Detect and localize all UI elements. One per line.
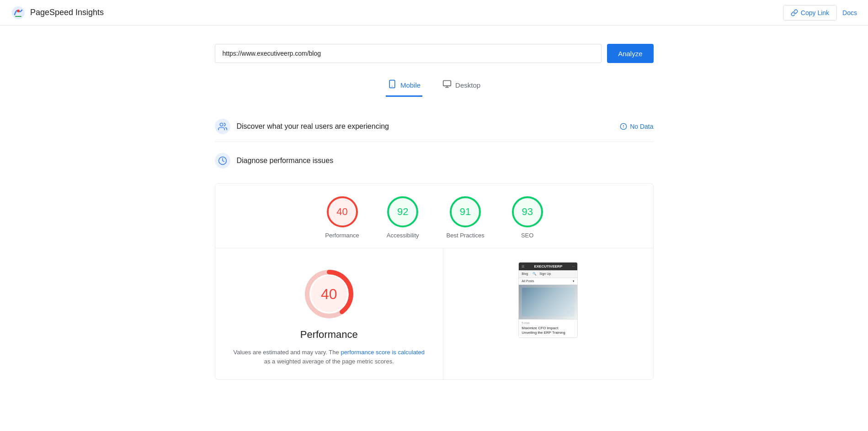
- analyze-button[interactable]: Analyze: [607, 44, 653, 63]
- score-value-best-practices: 91: [460, 206, 471, 218]
- screenshot-footer-title: Maximize CFO Impact: Unveiling the ERP T…: [522, 326, 575, 336]
- tab-desktop-label: Desktop: [455, 81, 480, 89]
- link-icon: [791, 9, 798, 16]
- desktop-tab-icon: [442, 79, 452, 91]
- diagnose-title: Diagnose performance issues: [237, 157, 334, 165]
- gauge-number: 40: [321, 286, 337, 303]
- screenshot-preview: ☰ EXECUTIVEERP ··· Blog 🔍 Sign Up All Po…: [518, 262, 578, 338]
- screenshot-footer-title-line1: Maximize CFO Impact:: [522, 326, 559, 330]
- docs-link[interactable]: Docs: [842, 9, 857, 16]
- large-gauge: 40: [302, 267, 357, 321]
- score-circle-seo: 93: [512, 196, 543, 227]
- detail-desc-prefix: Values are estimated and may vary. The: [234, 349, 339, 356]
- detail-section: 40 Performance Values are estimated and …: [215, 248, 653, 379]
- app-title: PageSpeed Insights: [30, 8, 104, 17]
- info-icon: [620, 123, 627, 130]
- screenshot-logo: EXECUTIVEERP: [534, 264, 562, 268]
- svg-point-1: [17, 10, 20, 12]
- screenshot-dropdown: All Posts ▾: [519, 278, 577, 285]
- pagespeed-logo-icon: [11, 5, 26, 20]
- detail-right: ☰ EXECUTIVEERP ··· Blog 🔍 Sign Up All Po…: [443, 248, 653, 379]
- copy-link-button[interactable]: Copy Link: [783, 5, 837, 21]
- diagnose-section-header: Diagnose performance issues: [215, 146, 654, 176]
- gauge-icon: [218, 156, 227, 165]
- score-value-accessibility: 92: [397, 206, 408, 218]
- tab-mobile-label: Mobile: [400, 81, 421, 89]
- diagnose-icon-wrap: [215, 153, 230, 168]
- header-left: PageSpeed Insights: [11, 5, 104, 20]
- detail-left: 40 Performance Values are estimated and …: [215, 248, 444, 379]
- detail-description: Values are estimated and may vary. The p…: [234, 348, 425, 366]
- search-section: Analyze: [215, 44, 654, 63]
- screenshot-header: ☰ EXECUTIVEERP ···: [519, 263, 577, 270]
- score-circle-accessibility: 92: [387, 196, 418, 227]
- real-users-left: Discover what your real users are experi…: [215, 119, 389, 134]
- score-item-performance[interactable]: 40 Performance: [325, 196, 359, 239]
- tab-mobile[interactable]: Mobile: [386, 76, 422, 97]
- svg-point-7: [220, 123, 223, 126]
- score-label-best-practices: Best Practices: [447, 232, 485, 239]
- real-users-title: Discover what your real users are experi…: [237, 122, 389, 131]
- score-value-seo: 93: [522, 206, 533, 218]
- copy-link-label: Copy Link: [801, 9, 829, 16]
- score-value-performance: 40: [336, 206, 347, 218]
- score-circle-best-practices: 91: [450, 196, 481, 227]
- score-label-seo: SEO: [521, 232, 533, 239]
- score-label-accessibility: Accessibility: [387, 232, 419, 239]
- screenshot-image-inner: [522, 288, 575, 317]
- real-users-icon-wrap: [215, 119, 230, 134]
- tab-bar: Mobile Desktop: [215, 76, 654, 97]
- score-label-performance: Performance: [325, 232, 359, 239]
- screenshot-nav-label: Blog: [522, 272, 528, 275]
- screenshot-footer-meta: 5 min: [522, 321, 575, 325]
- screenshot-footer: 5 min Maximize CFO Impact: Unveiling the…: [519, 319, 577, 337]
- screenshot-nav: Blog 🔍 Sign Up: [519, 270, 577, 278]
- performance-score-link[interactable]: performance score is calculated: [341, 349, 425, 356]
- screenshot-image: [519, 285, 577, 319]
- screenshot-footer-title-line2: Unveiling the ERP Training: [522, 331, 565, 335]
- detail-title: Performance: [300, 329, 358, 341]
- scores-card: 40 Performance 92 Accessibility 91 Best …: [215, 183, 654, 380]
- score-circle-performance: 40: [327, 196, 358, 227]
- header-right: Copy Link Docs: [783, 5, 857, 21]
- svg-point-0: [12, 6, 25, 19]
- diagnose-left: Diagnose performance issues: [215, 153, 334, 168]
- screenshot-dropdown-label: All Posts: [522, 279, 534, 283]
- mobile-tab-icon: [388, 79, 397, 91]
- no-data-label: No Data: [630, 123, 653, 130]
- main-content: Analyze Mobile Desktop: [206, 26, 663, 380]
- real-users-section: Discover what your real users are experi…: [215, 111, 654, 142]
- app-header: PageSpeed Insights Copy Link Docs: [0, 0, 868, 26]
- no-data-badge: No Data: [620, 123, 653, 130]
- url-input[interactable]: [215, 44, 602, 63]
- tab-desktop[interactable]: Desktop: [441, 76, 482, 97]
- score-item-seo[interactable]: 93 SEO: [512, 196, 543, 239]
- score-item-accessibility[interactable]: 92 Accessibility: [387, 196, 419, 239]
- users-icon: [218, 122, 227, 131]
- scores-row: 40 Performance 92 Accessibility 91 Best …: [215, 184, 653, 248]
- detail-desc-suffix: as a weighted average of the page metric…: [264, 358, 394, 365]
- score-item-best-practices[interactable]: 91 Best Practices: [447, 196, 485, 239]
- svg-rect-4: [443, 81, 451, 86]
